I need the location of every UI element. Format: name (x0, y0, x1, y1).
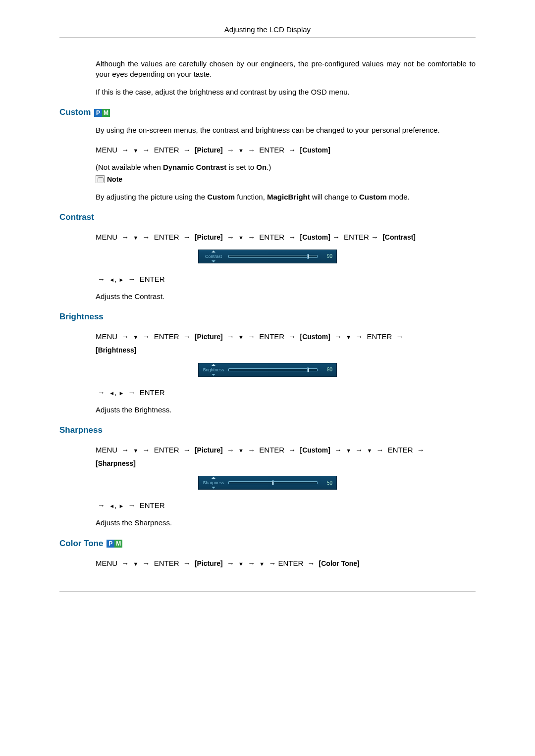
sharpness-slider: Sharpness 50 (198, 476, 337, 490)
pm-badge-icon: P M (94, 109, 110, 117)
sharpness-nav-2: → ◄, ► → ENTER (96, 499, 476, 512)
badge-p-icon: P (94, 109, 102, 117)
contrast-slider: Contrast 90 (198, 250, 337, 263)
intro-paragraph-2: If this is the case, adjust the brightne… (96, 87, 476, 97)
sharpness-nav: MENU → ▼ → ENTER → [Picture] → ▼ → ENTER… (96, 443, 476, 470)
badge-p-icon: P (107, 540, 114, 548)
page-footer-rule (59, 592, 476, 592)
brightness-desc: Adjusts the Brightness. (96, 405, 476, 415)
contrast-desc: Adjusts the Contrast. (96, 292, 476, 302)
note-row: Note (96, 175, 476, 184)
colortone-heading: Color Tone P M (59, 538, 476, 550)
slider-track (228, 255, 318, 258)
slider-thumb (272, 480, 274, 485)
sharpness-desc: Adjusts the Sharpness. (96, 518, 476, 528)
brightness-nav: MENU → ▼ → ENTER → [Picture] → ▼ → ENTER… (96, 330, 476, 356)
sharpness-heading: Sharpness (59, 425, 476, 436)
pm-badge-icon: P M (107, 540, 122, 548)
badge-m-icon: M (102, 109, 110, 117)
brightness-nav-2: → ◄, ► → ENTER (96, 386, 476, 399)
colortone-heading-text: Color Tone (59, 539, 103, 548)
slider-thumb (307, 367, 309, 372)
custom-note-body: By adjusting the picture using the Custo… (96, 192, 476, 202)
contrast-heading: Contrast (59, 212, 476, 223)
slider-track (228, 368, 318, 371)
slider-value: 90 (321, 253, 332, 260)
page-header: Adjusting the LCD Display (59, 25, 476, 38)
custom-heading: Custom P M (59, 107, 476, 118)
note-icon (96, 175, 105, 183)
brightness-heading: Brightness (59, 311, 476, 323)
slider-label: Brightness (199, 364, 228, 375)
not-available-note: (Not available when Dynamic Contrast is … (96, 162, 476, 172)
brightness-slider: Brightness 90 (198, 363, 337, 377)
slider-label: Contrast (199, 251, 228, 262)
page-title: Adjusting the LCD Display (224, 25, 311, 34)
custom-paragraph: By using the on-screen menus, the contra… (96, 125, 476, 135)
slider-value: 50 (321, 480, 332, 487)
intro-paragraph-1: Although the values are carefully chosen… (96, 59, 476, 79)
slider-thumb (307, 254, 309, 259)
custom-nav: MENU → ▼ → ENTER → [Picture] → ▼ → ENTER… (96, 143, 476, 156)
custom-heading-text: Custom (59, 107, 91, 117)
content: Although the values are carefully chosen… (59, 59, 476, 570)
slider-value: 90 (321, 366, 332, 373)
contrast-nav-2: → ◄, ► → ENTER (96, 272, 476, 286)
note-label: Note (107, 175, 122, 184)
badge-m-icon: M (114, 540, 122, 548)
contrast-nav: MENU → ▼ → ENTER → [Picture] → ▼ → ENTER… (96, 230, 476, 244)
colortone-nav: MENU → ▼ → ENTER → [Picture] → ▼ → ▼ →EN… (96, 556, 476, 570)
slider-label: Sharpness (199, 477, 228, 488)
slider-track (228, 481, 318, 484)
